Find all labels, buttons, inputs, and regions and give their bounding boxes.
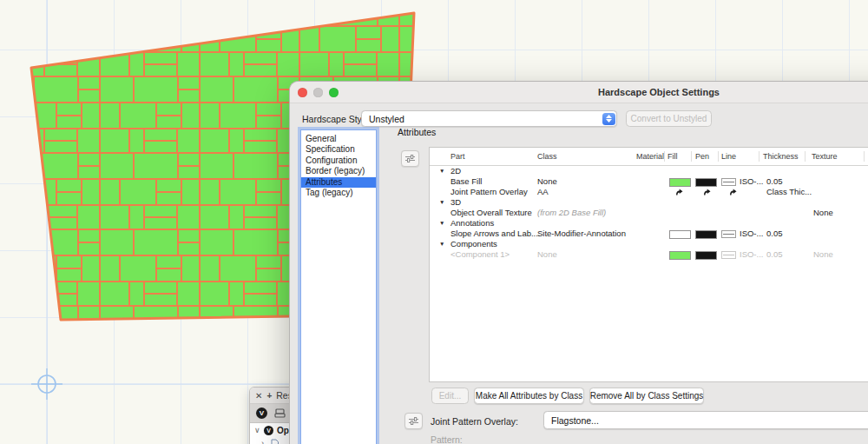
- line-style-cell: ISO-...: [740, 229, 763, 239]
- plus-icon[interactable]: +: [266, 391, 272, 401]
- part-cell: Components: [450, 239, 497, 249]
- texture-cell: None: [813, 208, 833, 218]
- part-cell: Object Overall Texture: [450, 208, 532, 218]
- part-cell: 2D: [450, 166, 461, 176]
- convert-to-unstyled-button[interactable]: Convert to Unstyled: [626, 110, 712, 127]
- triangle-down-icon[interactable]: ▼: [439, 239, 444, 249]
- nav-item-tag-legacy[interactable]: Tag (legacy): [301, 188, 376, 198]
- by-class-arrow-icon: [729, 189, 737, 195]
- settings-nav-list: GeneralSpecificationConfigurationBorder …: [300, 129, 377, 444]
- edit-button[interactable]: Edit...: [431, 388, 469, 404]
- joint-pattern-settings-button[interactable]: [404, 413, 423, 429]
- thickness-cell: 0.05: [766, 176, 783, 187]
- joint-pattern-overlay-value: Flagstone...: [551, 412, 599, 428]
- joint-pattern-overlay-label: Joint Pattern Overlay:: [431, 416, 518, 427]
- part-cell: <Component 1>: [450, 249, 510, 260]
- chevron-right-icon[interactable]: ›: [261, 439, 267, 444]
- line-style-swatch[interactable]: [721, 230, 736, 238]
- fill-swatch[interactable]: [669, 230, 691, 239]
- make-all-attributes-by-class-button[interactable]: Make All Attributes by Class: [474, 388, 584, 404]
- hardscape-style-select[interactable]: Unstyled: [361, 110, 617, 127]
- class-cell: None: [537, 176, 557, 187]
- attr-row-slope-arrows-and-lab[interactable]: Slope Arrows and Lab...Site-Modifier-Ann…: [430, 229, 868, 239]
- sliders-icon: [409, 417, 418, 425]
- triangle-down-icon[interactable]: ▼: [439, 166, 444, 176]
- attributes-table-body: ▼2DBase FillNoneISO-...0.05Joint Pattern…: [430, 148, 868, 381]
- attr-row-object-overall-texture[interactable]: Object Overall Texture(from 2D Base Fill…: [430, 208, 868, 218]
- line-style-swatch[interactable]: [721, 178, 736, 186]
- chevron-down-icon[interactable]: ∨: [254, 426, 260, 434]
- nav-item-general[interactable]: General: [301, 134, 376, 144]
- attr-row-component-1[interactable]: <Component 1>NoneISO-...0.05None: [430, 249, 868, 260]
- class-cell: None: [537, 249, 557, 260]
- fill-swatch[interactable]: [669, 251, 691, 260]
- updown-stepper-icon[interactable]: [602, 113, 615, 125]
- attr-group-3d[interactable]: ▼3D: [430, 197, 868, 208]
- class-cell: Site-Modifier-Annotation: [537, 229, 626, 239]
- part-cell: Joint Pattern Overlay: [450, 187, 528, 197]
- thickness-cell: 0.05: [766, 229, 783, 239]
- palette-tool-icon[interactable]: [274, 408, 286, 419]
- pen-swatch[interactable]: [695, 251, 717, 260]
- tree-item-label: Op: [277, 426, 289, 435]
- triangle-down-icon[interactable]: ▼: [439, 218, 444, 229]
- nav-item-specification[interactable]: Specification: [301, 144, 376, 155]
- attr-group-components[interactable]: ▼Components: [430, 239, 868, 249]
- attr-group-2d[interactable]: ▼2D: [430, 166, 868, 176]
- thickness-cell: Class Thic...: [766, 187, 812, 197]
- attributes-section-label: Attributes: [398, 127, 436, 137]
- hardscape-style-value: Unstyled: [369, 111, 404, 126]
- dialog-titlebar[interactable]: Hardscape Object Settings: [290, 82, 868, 103]
- attribute-settings-button[interactable]: [401, 150, 419, 167]
- line-style-cell: ISO-...: [740, 176, 763, 187]
- part-cell: Annotations: [450, 218, 494, 229]
- joint-pattern-overlay-select[interactable]: Flagstone...: [543, 411, 868, 429]
- by-class-arrow-icon: [703, 189, 711, 195]
- fill-swatch[interactable]: [669, 178, 691, 187]
- hardscape-style-label: Hardscape Style:: [302, 114, 359, 124]
- part-cell: 3D: [450, 197, 461, 208]
- class-cell: (from 2D Base Fill): [537, 208, 606, 218]
- triangle-down-icon[interactable]: ▼: [439, 197, 444, 208]
- texture-cell: None: [813, 249, 833, 260]
- thickness-cell: 0.05: [766, 249, 783, 260]
- pen-swatch[interactable]: [695, 230, 717, 239]
- attr-row-joint-pattern-overlay[interactable]: Joint Pattern OverlayAAClass Thic...: [430, 187, 868, 197]
- attributes-table: PartClassMaterialFillPenLineThicknessTex…: [429, 147, 868, 382]
- vectorworks-logo-icon: V: [264, 426, 273, 435]
- pattern-label: Pattern:: [431, 434, 463, 444]
- vectorworks-logo-icon[interactable]: V: [256, 408, 267, 419]
- close-icon[interactable]: ✕: [255, 391, 262, 401]
- hardscape-object-settings-dialog: Hardscape Object Settings Hardscape Styl…: [289, 81, 868, 444]
- attr-row-base-fill[interactable]: Base FillNoneISO-...0.05: [430, 176, 868, 187]
- nav-item-configuration[interactable]: Configuration: [301, 156, 376, 166]
- line-style-cell: ISO-...: [740, 249, 763, 260]
- dialog-title: Hardscape Object Settings: [290, 82, 868, 103]
- remove-all-by-class-settings-button[interactable]: Remove All by Class Settings: [589, 388, 704, 404]
- nav-item-border-legacy[interactable]: Border (legacy): [301, 166, 376, 176]
- attr-group-annotations[interactable]: ▼Annotations: [430, 218, 868, 229]
- sliders-icon: [405, 155, 415, 162]
- class-cell: AA: [537, 187, 549, 197]
- file-icon: [271, 439, 279, 444]
- line-style-swatch[interactable]: [721, 251, 736, 259]
- nav-item-attributes[interactable]: Attributes: [301, 177, 376, 188]
- pen-swatch[interactable]: [695, 178, 717, 187]
- part-cell: Base Fill: [450, 176, 482, 187]
- part-cell: Slope Arrows and Lab...: [450, 229, 538, 239]
- by-class-arrow-icon: [675, 189, 683, 195]
